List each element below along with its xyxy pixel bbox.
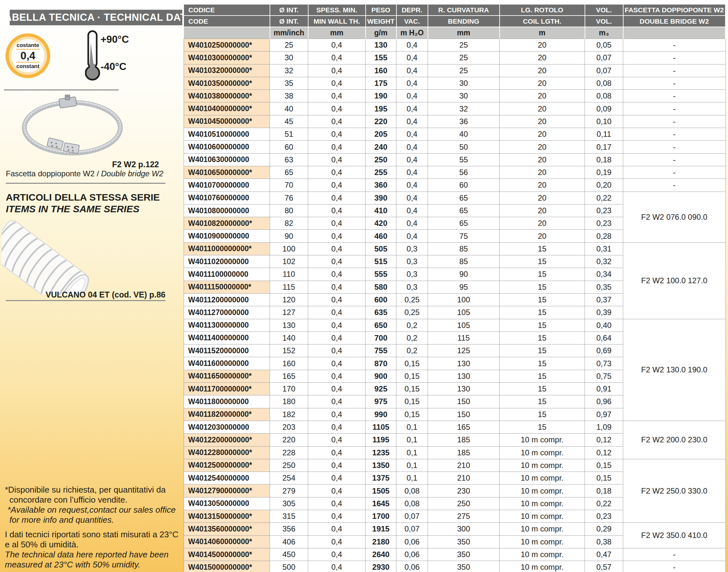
page-title: TABELLA TECNICA · TECHNICAL DATA: [10, 10, 182, 25]
table-row: W4010380000000*380,41900,430200,08-: [184, 90, 726, 102]
value-cell: 505: [366, 242, 397, 255]
value-cell: 0,4: [308, 64, 366, 77]
table-row: W4010300000000*300,41550,425200,07-: [184, 52, 726, 64]
bridge-clamp-cell: -: [623, 166, 726, 178]
value-cell: 20: [500, 64, 585, 77]
value-cell: 51: [270, 128, 308, 141]
table-row: W4015000000000*5000,429300,0635010 m com…: [184, 561, 726, 572]
value-cell: 406: [270, 535, 308, 548]
value-cell: 65: [428, 192, 500, 204]
series-heading-italian: ARTICOLI DELLA STESSA SERIE: [6, 192, 160, 203]
code-cell: W4010380000000*: [184, 90, 270, 102]
value-cell: 1375: [366, 472, 397, 485]
table-row: W4011000000000*1000,45050,385150,31F2 W2…: [184, 242, 726, 255]
value-cell: 185: [428, 434, 500, 446]
value-cell: 0,3: [397, 242, 428, 255]
value-cell: 15: [500, 306, 585, 319]
value-cell: 230: [428, 485, 500, 497]
code-cell: W4010320000000*: [184, 64, 270, 77]
value-cell: 20: [500, 230, 585, 242]
code-cell: W4014500000000*: [184, 548, 270, 561]
column-header: R. CURVATURA: [428, 5, 500, 15]
value-cell: 15: [500, 268, 585, 281]
code-cell: W4012030000000: [184, 421, 270, 433]
value-cell: 0,15: [397, 408, 428, 421]
hose-photo: [2, 212, 106, 295]
value-cell: 0,4: [308, 192, 366, 204]
value-cell: 10 m compr.: [500, 446, 585, 459]
badge-bottom-label: constant: [16, 63, 40, 69]
value-cell: 0,08: [397, 497, 428, 510]
code-cell: W4010600000000: [184, 141, 270, 153]
unit-cell: mm: [308, 27, 366, 39]
section-divider: [6, 183, 166, 184]
code-cell: W4010350000000*: [184, 77, 270, 89]
column-header: VOL.: [585, 5, 623, 15]
value-cell: 220: [270, 434, 308, 446]
table-row: W4010400000000*400,41950,432200,09-: [184, 102, 726, 115]
value-cell: 10 m compr.: [500, 485, 585, 497]
badge-top-label: costante: [16, 42, 39, 48]
footnote-line: *Disponibile su richiesta, per quantitat…: [5, 485, 182, 495]
value-cell: 0,2: [397, 332, 428, 344]
value-cell: 250: [270, 459, 308, 472]
bridge-clamp-cell: -: [623, 561, 726, 572]
value-cell: 15: [500, 396, 585, 408]
code-cell: W4010300000000*: [184, 52, 270, 64]
value-cell: 100: [270, 242, 308, 255]
value-cell: 0,4: [308, 332, 366, 344]
value-cell: 150: [428, 396, 500, 408]
value-cell: 10 m compr.: [500, 548, 585, 561]
value-cell: 0,97: [585, 408, 623, 421]
value-cell: 0,4: [308, 256, 366, 268]
value-cell: 0,4: [308, 421, 366, 433]
value-cell: 0,4: [308, 319, 366, 332]
value-cell: 10 m compr.: [500, 510, 585, 522]
value-cell: 0,09: [585, 102, 623, 115]
section-divider: [6, 300, 166, 301]
value-cell: 80: [270, 204, 308, 217]
bridge-clamp-cell: -: [623, 548, 726, 561]
value-cell: 0,4: [397, 39, 428, 52]
value-cell: 0,19: [585, 166, 623, 178]
badge-value: 0,4: [20, 50, 36, 61]
code-cell: W4011400000000: [184, 332, 270, 344]
code-cell: W4014060000000*: [184, 535, 270, 548]
value-cell: 0,31: [585, 242, 623, 255]
value-cell: 0,4: [397, 217, 428, 230]
code-cell: W4012200000000*: [184, 434, 270, 446]
value-cell: 0,4: [308, 166, 366, 178]
value-cell: 0,4: [308, 523, 366, 535]
code-cell: W4013150000000*: [184, 510, 270, 522]
column-header: VOL.: [585, 15, 623, 27]
code-cell: W4010800000000: [184, 204, 270, 217]
column-header: BENDING: [428, 15, 500, 27]
value-cell: 20: [500, 192, 585, 204]
value-cell: 50: [428, 141, 500, 153]
value-cell: 700: [366, 332, 397, 344]
value-cell: 10 m compr.: [500, 434, 585, 446]
code-cell: W4011020000000: [184, 256, 270, 268]
value-cell: 0,57: [585, 561, 623, 572]
value-cell: 210: [428, 459, 500, 472]
value-cell: 190: [366, 90, 397, 102]
footnote-line: measured at 23°C with 50% umidity.: [5, 560, 182, 570]
value-cell: 102: [270, 256, 308, 268]
value-cell: 0,4: [308, 510, 366, 522]
value-cell: 360: [366, 179, 397, 192]
code-cell: W4011800000000: [184, 396, 270, 408]
value-cell: 305: [270, 497, 308, 510]
value-cell: 0,4: [308, 383, 366, 396]
value-cell: 1,09: [585, 421, 623, 433]
code-cell: W4015000000000*: [184, 561, 270, 572]
value-cell: 32: [270, 64, 308, 77]
value-cell: 20: [500, 115, 585, 128]
value-cell: 195: [366, 102, 397, 115]
table-row: W4010760000000760,43900,465200,22F2 W2 0…: [184, 192, 726, 204]
footnote-line: I dati tecnici riportati sono stati misu…: [5, 529, 182, 540]
value-cell: 228: [270, 446, 308, 459]
value-cell: 0,4: [308, 39, 366, 52]
value-cell: 0,4: [397, 77, 428, 89]
value-cell: 35: [270, 77, 308, 89]
value-cell: 1105: [366, 421, 397, 433]
